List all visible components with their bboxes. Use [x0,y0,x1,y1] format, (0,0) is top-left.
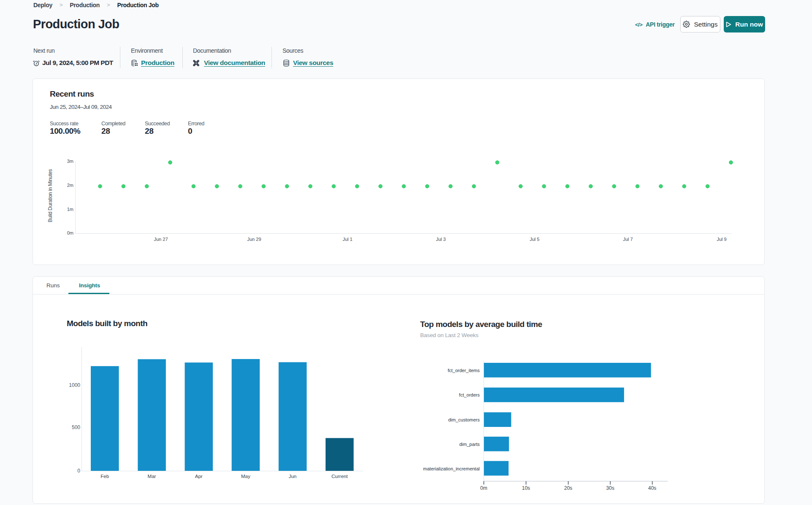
svg-text:dim_parts: dim_parts [459,442,480,447]
svg-text:2m: 2m [67,183,73,188]
svg-text:1000: 1000 [69,382,80,388]
svg-text:0: 0 [77,468,80,474]
svg-text:May: May [241,474,250,479]
svg-text:Jun 29: Jun 29 [247,237,261,242]
svg-text:20s: 20s [564,485,572,491]
svg-text:40s: 40s [648,485,656,491]
svg-text:30s: 30s [606,485,614,491]
svg-text:Jul 7: Jul 7 [623,237,633,242]
svg-text:0m: 0m [67,230,73,235]
svg-text:500: 500 [72,424,80,430]
svg-text:Jun: Jun [289,474,297,479]
svg-text:Apr: Apr [195,474,203,479]
svg-text:dim_customers: dim_customers [448,417,480,422]
svg-text:0m: 0m [480,485,487,491]
svg-text:Jul 5: Jul 5 [530,237,539,242]
svg-text:materialization_incremental: materialization_incremental [423,466,480,471]
svg-text:Feb: Feb [100,474,109,479]
svg-text:1m: 1m [67,207,73,212]
svg-text:fct_order_items: fct_order_items [448,368,480,373]
svg-text:10s: 10s [522,485,530,491]
svg-text:Jul 3: Jul 3 [436,237,445,242]
svg-text:Mar: Mar [148,474,156,479]
svg-text:3m: 3m [67,159,73,164]
svg-text:Jul 1: Jul 1 [342,237,352,242]
svg-text:Build Duration in Minutes: Build Duration in Minutes [47,169,53,222]
svg-text:Jun 27: Jun 27 [154,237,168,242]
svg-text:fct_orders: fct_orders [459,392,480,397]
svg-text:Jul 9: Jul 9 [717,237,726,242]
svg-text:Current: Current [331,474,348,479]
